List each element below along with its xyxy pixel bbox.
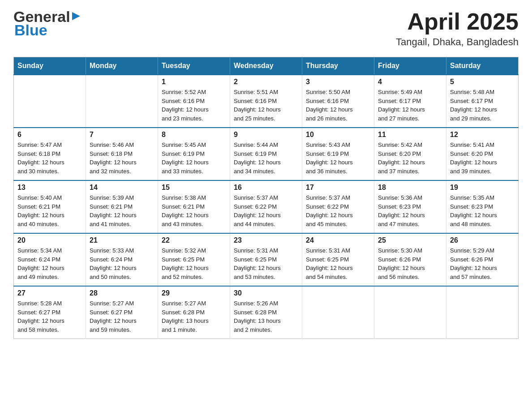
col-sunday: Sunday [14,57,86,75]
calendar-cell-w5-d3: 29Sunrise: 5:27 AMSunset: 6:28 PMDayligh… [158,286,230,339]
day-info: Sunrise: 5:42 AMSunset: 6:20 PMDaylight:… [378,141,442,176]
day-number: 5 [450,78,515,86]
calendar-week-5: 27Sunrise: 5:28 AMSunset: 6:27 PMDayligh… [14,286,519,339]
calendar-week-4: 20Sunrise: 5:34 AMSunset: 6:24 PMDayligh… [14,233,519,286]
day-info: Sunrise: 5:37 AMSunset: 6:22 PMDaylight:… [306,193,370,228]
day-info: Sunrise: 5:37 AMSunset: 6:22 PMDaylight:… [234,193,298,228]
calendar-cell-w1-d3: 1Sunrise: 5:52 AMSunset: 6:16 PMDaylight… [158,75,230,128]
day-info: Sunrise: 5:36 AMSunset: 6:23 PMDaylight:… [378,193,442,228]
day-info: Sunrise: 5:27 AMSunset: 6:28 PMDaylight:… [162,299,226,334]
day-number: 21 [90,236,154,244]
calendar-cell-w4-d3: 22Sunrise: 5:32 AMSunset: 6:25 PMDayligh… [158,233,230,286]
calendar-cell-w2-d1: 6Sunrise: 5:47 AMSunset: 6:18 PMDaylight… [14,128,86,180]
day-number: 14 [90,184,154,192]
calendar-cell-w1-d5: 3Sunrise: 5:50 AMSunset: 6:16 PMDaylight… [302,75,374,128]
calendar-cell-w3-d7: 19Sunrise: 5:35 AMSunset: 6:23 PMDayligh… [446,180,519,233]
col-tuesday: Tuesday [158,57,230,75]
day-number: 18 [378,184,442,192]
day-number: 25 [378,236,442,244]
day-number: 3 [306,78,370,86]
calendar-cell-w3-d6: 18Sunrise: 5:36 AMSunset: 6:23 PMDayligh… [374,180,446,233]
calendar-cell-w5-d1: 27Sunrise: 5:28 AMSunset: 6:27 PMDayligh… [14,286,86,339]
day-info: Sunrise: 5:26 AMSunset: 6:28 PMDaylight:… [234,299,298,334]
calendar-cell-w5-d5 [302,286,374,339]
calendar-cell-w3-d4: 16Sunrise: 5:37 AMSunset: 6:22 PMDayligh… [230,180,302,233]
day-info: Sunrise: 5:28 AMSunset: 6:27 PMDaylight:… [17,299,82,334]
day-info: Sunrise: 5:32 AMSunset: 6:25 PMDaylight:… [162,246,226,281]
calendar-cell-w2-d3: 8Sunrise: 5:45 AMSunset: 6:19 PMDaylight… [158,128,230,180]
day-info: Sunrise: 5:47 AMSunset: 6:18 PMDaylight:… [17,141,82,176]
calendar-cell-w1-d2 [86,75,158,128]
logo: General Blue [13,9,81,38]
day-number: 28 [90,289,154,297]
calendar-cell-w4-d5: 24Sunrise: 5:31 AMSunset: 6:25 PMDayligh… [302,233,374,286]
svg-marker-0 [72,12,80,20]
calendar-week-2: 6Sunrise: 5:47 AMSunset: 6:18 PMDaylight… [14,128,519,180]
day-number: 12 [450,131,515,139]
day-number: 9 [234,131,298,139]
day-info: Sunrise: 5:31 AMSunset: 6:25 PMDaylight:… [234,246,298,281]
calendar-week-1: 1Sunrise: 5:52 AMSunset: 6:16 PMDaylight… [14,75,519,128]
day-number: 24 [306,236,370,244]
day-number: 22 [162,236,226,244]
calendar-table: Sunday Monday Tuesday Wednesday Thursday… [13,57,519,339]
day-info: Sunrise: 5:46 AMSunset: 6:18 PMDaylight:… [90,141,154,176]
day-info: Sunrise: 5:40 AMSunset: 6:21 PMDaylight:… [17,193,82,228]
calendar-cell-w4-d7: 26Sunrise: 5:29 AMSunset: 6:26 PMDayligh… [446,233,519,286]
calendar-cell-w1-d7: 5Sunrise: 5:48 AMSunset: 6:17 PMDaylight… [446,75,519,128]
calendar-cell-w4-d1: 20Sunrise: 5:34 AMSunset: 6:24 PMDayligh… [14,233,86,286]
day-number: 20 [17,236,82,244]
day-info: Sunrise: 5:49 AMSunset: 6:17 PMDaylight:… [378,88,442,123]
calendar-cell-w2-d2: 7Sunrise: 5:46 AMSunset: 6:18 PMDaylight… [86,128,158,180]
col-thursday: Thursday [302,57,374,75]
day-number: 17 [306,184,370,192]
day-number: 11 [378,131,442,139]
calendar-cell-w1-d1 [14,75,86,128]
calendar-cell-w4-d4: 23Sunrise: 5:31 AMSunset: 6:25 PMDayligh… [230,233,302,286]
calendar-cell-w4-d6: 25Sunrise: 5:30 AMSunset: 6:26 PMDayligh… [374,233,446,286]
day-info: Sunrise: 5:51 AMSunset: 6:16 PMDaylight:… [234,88,298,123]
day-number: 4 [378,78,442,86]
col-saturday: Saturday [446,57,519,75]
location-title: Tangail, Dhaka, Bangladesh [396,36,519,48]
calendar-cell-w4-d2: 21Sunrise: 5:33 AMSunset: 6:24 PMDayligh… [86,233,158,286]
day-info: Sunrise: 5:45 AMSunset: 6:19 PMDaylight:… [162,141,226,176]
day-number: 23 [234,236,298,244]
day-number: 10 [306,131,370,139]
col-friday: Friday [374,57,446,75]
day-info: Sunrise: 5:48 AMSunset: 6:17 PMDaylight:… [450,88,515,123]
day-info: Sunrise: 5:31 AMSunset: 6:25 PMDaylight:… [306,246,370,281]
day-number: 7 [90,131,154,139]
calendar-cell-w2-d7: 12Sunrise: 5:41 AMSunset: 6:20 PMDayligh… [446,128,519,180]
calendar-cell-w5-d2: 28Sunrise: 5:27 AMSunset: 6:27 PMDayligh… [86,286,158,339]
day-info: Sunrise: 5:38 AMSunset: 6:21 PMDaylight:… [162,193,226,228]
logo-triangle-icon [71,11,81,21]
day-number: 16 [234,184,298,192]
title-block: April 2025 Tangail, Dhaka, Bangladesh [396,9,519,48]
calendar-cell-w3-d1: 13Sunrise: 5:40 AMSunset: 6:21 PMDayligh… [14,180,86,233]
day-info: Sunrise: 5:33 AMSunset: 6:24 PMDaylight:… [90,246,154,281]
day-number: 1 [162,78,226,86]
calendar-cell-w2-d6: 11Sunrise: 5:42 AMSunset: 6:20 PMDayligh… [374,128,446,180]
day-info: Sunrise: 5:44 AMSunset: 6:19 PMDaylight:… [234,141,298,176]
calendar-cell-w2-d5: 10Sunrise: 5:43 AMSunset: 6:19 PMDayligh… [302,128,374,180]
calendar-cell-w5-d6 [374,286,446,339]
calendar-cell-w5-d7 [446,286,519,339]
logo-blue-text: Blue [14,22,47,38]
day-info: Sunrise: 5:29 AMSunset: 6:26 PMDaylight:… [450,246,515,281]
day-number: 26 [450,236,515,244]
day-info: Sunrise: 5:35 AMSunset: 6:23 PMDaylight:… [450,193,515,228]
calendar-cell-w1-d6: 4Sunrise: 5:49 AMSunset: 6:17 PMDaylight… [374,75,446,128]
day-number: 29 [162,289,226,297]
page-header: General Blue April 2025 Tangail, Dhaka, … [13,9,519,48]
calendar-cell-w2-d4: 9Sunrise: 5:44 AMSunset: 6:19 PMDaylight… [230,128,302,180]
col-wednesday: Wednesday [230,57,302,75]
day-info: Sunrise: 5:27 AMSunset: 6:27 PMDaylight:… [90,299,154,334]
month-year-title: April 2025 [396,9,519,34]
day-number: 30 [234,289,298,297]
day-number: 19 [450,184,515,192]
day-number: 2 [234,78,298,86]
day-info: Sunrise: 5:50 AMSunset: 6:16 PMDaylight:… [306,88,370,123]
calendar-cell-w3-d3: 15Sunrise: 5:38 AMSunset: 6:21 PMDayligh… [158,180,230,233]
day-number: 27 [17,289,82,297]
